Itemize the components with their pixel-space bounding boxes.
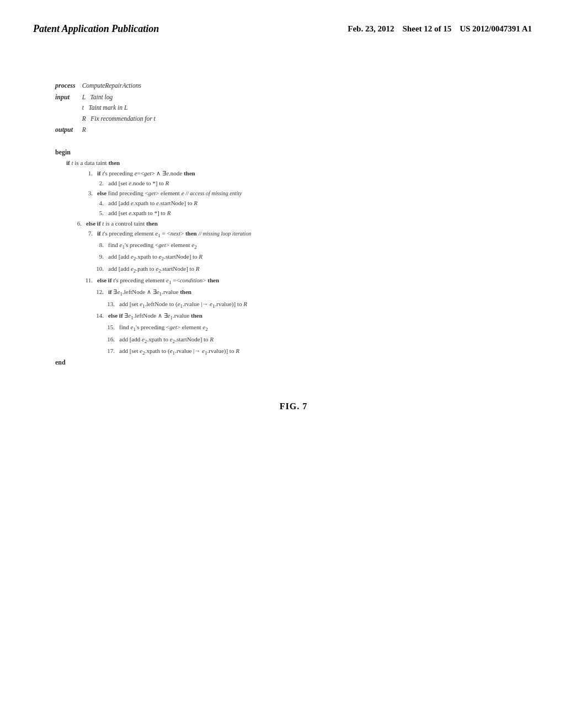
line-text: find e1's preceding <get> element e2 [108, 240, 197, 251]
line-text: if t's preceding element e1 = <next> the… [97, 228, 251, 240]
line-text: if ∃e1.leftNode ∧ ∃e1.rvalue then [108, 287, 191, 298]
page-header: Patent Application Publication Feb. 23, … [33, 22, 532, 36]
line-text: add [set e.node to *] to R [108, 178, 169, 188]
line-number: 15. [99, 322, 115, 332]
line-1: 1. if t's preceding e=<get> ∧ ∃e.node th… [55, 168, 441, 178]
line-8: 8. find e1's preceding <get> element e2 [55, 240, 441, 251]
input-row: input L Taint log t Taint mark in L R Fi… [55, 92, 156, 125]
line-number: 14. [88, 311, 104, 320]
publication-title: Patent Application Publication [33, 22, 159, 36]
process-label: process [55, 80, 82, 92]
line-number: 2. [88, 178, 104, 188]
line-text: add [set e.xpath to *] to R [108, 208, 170, 218]
line-text: else if ∃e1.leftNode ∧ ∃e1.rvalue then [108, 311, 202, 322]
output-row: output R [55, 124, 156, 136]
header-patent: US 2012/0047391 A1 [460, 24, 532, 33]
line-2: 2. add [set e.node to *] to R [55, 178, 441, 188]
process-name: ComputeRepairActions [82, 80, 156, 92]
process-section: process ComputeRepairActions input L Tai… [55, 80, 156, 136]
input-label: input [55, 92, 82, 125]
line-number: 5. [88, 208, 104, 218]
line-number: 4. [88, 198, 104, 208]
line-text: add [add e2.xpath to e2.startNode] to R [119, 334, 214, 346]
line-9: 9. add [add e2.xpath to e2.startNode] to… [55, 251, 441, 263]
line-text: if t's preceding e=<get> ∧ ∃e.node then [97, 168, 195, 178]
line-6: 6. else if t is a control taint then [55, 218, 441, 228]
algorithm-box: process ComputeRepairActions input L Tai… [55, 80, 441, 368]
line-12: 12. if ∃e1.leftNode ∧ ∃e1.rvalue then [55, 287, 441, 298]
line-text: if t is a data taint then [66, 158, 120, 168]
main-content: process ComputeRepairActions input L Tai… [33, 80, 532, 411]
input-R: R Fix recommendation for t [82, 114, 156, 125]
line-4: 4. add [add e.xpath to e.startNode] to R [55, 198, 441, 208]
line-15: 15. find e1's preceding <get> element e2 [55, 322, 441, 334]
line-text: else if t is a control taint then [86, 218, 158, 228]
output-label: output [55, 124, 82, 136]
process-row: process ComputeRepairActions [55, 80, 156, 92]
figure-label: FIG. 7 [55, 402, 532, 411]
line-number: 13. [99, 299, 115, 309]
end-keyword: end [55, 357, 66, 368]
line-16: 16. add [add e2.xpath to e2.startNode] t… [55, 334, 441, 346]
input-L: L Taint log [82, 92, 156, 103]
line-10: 10. add [add e2.path to e2.startNode] to… [55, 264, 441, 275]
line-number: 1. [77, 168, 93, 178]
line-text: add [add e2.xpath to e2.startNode] to R [108, 251, 202, 263]
line-number: 10. [88, 264, 104, 274]
line-data-taint-if: if t is a data taint then [55, 158, 441, 168]
title-text: Patent Application Publication [33, 23, 159, 34]
begin-line: begin [55, 147, 441, 158]
line-3: 3. else find preceding <get> element e /… [55, 188, 441, 199]
line-number: 17. [99, 346, 115, 356]
header-date: Feb. 23, 2012 [348, 24, 394, 33]
line-text: add [set e2.xpath to (e1.rvalue |→ e1.rv… [119, 346, 239, 357]
line-number: 9. [88, 251, 104, 261]
line-number: 12. [88, 287, 104, 297]
line-number: 3. [77, 188, 93, 198]
line-17: 17. add [set e2.xpath to (e1.rvalue |→ e… [55, 346, 441, 357]
line-text: add [add e.xpath to e.startNode] to R [108, 198, 198, 208]
line-7: 7. if t's preceding element e1 = <next> … [55, 228, 441, 240]
output-value: R [82, 124, 156, 136]
line-number: 7. [77, 228, 93, 238]
line-number: 16. [99, 334, 115, 344]
header-meta: Feb. 23, 2012 Sheet 12 of 15 US 2012/004… [348, 22, 532, 35]
line-13: 13. add [set e1.leftNode to (e1.rvalue |… [55, 299, 441, 311]
input-t: t Taint mark in L [82, 103, 156, 114]
end-line: end [55, 357, 441, 368]
line-11: 11. else if t's preceding element e1 =<c… [55, 275, 441, 287]
line-text: else find preceding <get> element e // a… [97, 188, 242, 199]
line-number: 6. [66, 218, 82, 228]
begin-keyword: begin [55, 147, 71, 158]
line-text: add [set e1.leftNode to (e1.rvalue |→ e1… [119, 299, 247, 311]
header-sheet: Sheet 12 of 15 [402, 24, 451, 33]
line-5: 5. add [set e.xpath to *] to R [55, 208, 441, 218]
line-text: else if t's preceding element e1 =<condi… [97, 275, 219, 287]
line-number: 8. [88, 240, 104, 250]
input-values: L Taint log t Taint mark in L R Fix reco… [82, 92, 156, 125]
line-number: 11. [77, 275, 93, 285]
page: Patent Application Publication Feb. 23, … [0, 0, 565, 728]
line-text: find e1's preceding <get> element e2 [119, 322, 208, 334]
line-14: 14. else if ∃e1.leftNode ∧ ∃e1.rvalue th… [55, 311, 441, 322]
line-text: add [add e2.path to e2.startNode] to R [108, 264, 200, 275]
